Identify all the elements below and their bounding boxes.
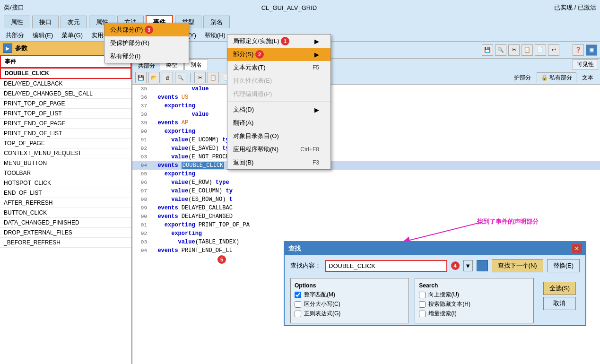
toolbar-btn-2[interactable]: 🔍 bbox=[495, 44, 506, 56]
context-menu: 局部定义/实施(L) 1 ▶ 部分(S) 2 ▶ 文本元素(T) F5 持久性代… bbox=[227, 34, 331, 170]
toolbar-btn-7[interactable]: ❓ bbox=[573, 44, 584, 56]
find-check-hidden: 搜索隐藏文本(H) bbox=[419, 300, 529, 308]
find-options-box: Options 整字匹配(M) 区分大小写(C) 正则表达式(G) bbox=[290, 278, 409, 323]
code-line: 92 value(E_SAVED) type CHAR01 optional bbox=[132, 144, 600, 153]
ctx-back[interactable]: 返回(B) F3 bbox=[227, 156, 330, 169]
check-incremental[interactable] bbox=[419, 311, 426, 317]
find-input-row: 查找内容： 4 ▼ 查找下一个(N) 替换(E) bbox=[285, 255, 585, 276]
toolbar-btn-4[interactable]: 📋 bbox=[522, 44, 533, 56]
code-line: 95 exporting bbox=[132, 170, 600, 178]
code-line: 35 value bbox=[132, 85, 600, 93]
search-title: Search bbox=[419, 282, 529, 289]
check-hidden-label: 搜索隐藏文本(H) bbox=[428, 300, 470, 308]
ctx-translate[interactable]: 翻译(A) bbox=[227, 116, 330, 130]
private-part-tab[interactable]: 🔒 私有部分 bbox=[537, 72, 576, 83]
menu-edit[interactable]: 编辑(E) bbox=[29, 30, 57, 41]
code-line: 96 value(E_ROW) type bbox=[132, 178, 600, 187]
tab-friends[interactable]: 友元 bbox=[61, 16, 87, 28]
list-item[interactable]: DELAYED_CHANGED_SEL_CALL bbox=[0, 89, 131, 99]
find-title-bar: 查找 ✕ bbox=[285, 242, 585, 255]
ctx-section[interactable]: 部分(S) 2 ▶ bbox=[227, 48, 330, 61]
list-item[interactable]: PRINT_TOP_OF_PAGE bbox=[0, 99, 131, 109]
toolbar-btn-1[interactable]: 💾 bbox=[482, 44, 493, 56]
check-regex-label: 正则表达式(G) bbox=[304, 310, 340, 318]
find-search-icon-button[interactable] bbox=[477, 260, 488, 271]
annotation-text: 找到了事件的声明部分 bbox=[477, 217, 539, 226]
ctx-docs[interactable]: 文档(D) ▶ bbox=[227, 103, 330, 116]
save-btn[interactable]: 💾 bbox=[135, 72, 147, 83]
ctx-app-help[interactable]: 应用程序帮助(N) Ctrl+F8 bbox=[227, 143, 330, 156]
list-item[interactable]: TOP_OF_PAGE bbox=[0, 139, 131, 148]
find-btn[interactable]: 🔍 bbox=[175, 72, 186, 83]
list-item[interactable]: BUTTON_CLICK bbox=[0, 208, 131, 218]
badge-1: 1 bbox=[281, 37, 289, 45]
tab-interface[interactable]: 接口 bbox=[32, 16, 59, 28]
list-item[interactable]: _BEFORE_REFRESH bbox=[0, 238, 131, 248]
list-item[interactable]: PRINT_TOP_OF_LIST bbox=[0, 109, 131, 119]
tab-bar: 属性 接口 友元 属性 方法 事件 类型 别名 bbox=[0, 15, 600, 29]
list-item[interactable]: AFTER_REFRESH bbox=[0, 198, 131, 208]
cut-btn[interactable]: ✂ bbox=[194, 72, 206, 83]
ctx-local-def[interactable]: 局部定义/实施(L) 1 ▶ bbox=[227, 35, 330, 48]
class-name: CL_GUI_ALV_GRID bbox=[34, 4, 545, 11]
find-next-button[interactable]: 查找下一个(N) bbox=[492, 259, 543, 272]
code-line: 98 value(ES_ROW_NO) t bbox=[132, 195, 600, 204]
menu-shared[interactable]: 共部分 bbox=[2, 30, 28, 41]
check-case-sensitive[interactable] bbox=[295, 301, 301, 308]
event-list-panel: ▶ 参数 🔍 事件 DOUBLE_CLICK DELAYED_CALLBACK … bbox=[0, 42, 132, 364]
list-item[interactable]: DROP_EXTERNAL_FILES bbox=[0, 228, 131, 238]
list-item[interactable]: MENU_BUTTON bbox=[0, 158, 131, 168]
submenu: 公共部分(P) 3 受保护部分(R) 私有部分(I) bbox=[104, 23, 189, 63]
badge-4: 4 bbox=[451, 261, 460, 270]
find-close-button[interactable]: ✕ bbox=[572, 244, 582, 253]
menu-help[interactable]: 帮助(H) bbox=[201, 30, 229, 41]
find-check-case: 区分大小写(C) bbox=[295, 300, 405, 308]
copy-btn[interactable]: 📋 bbox=[208, 72, 219, 83]
find-cancel-button[interactable]: 取消 bbox=[543, 297, 576, 310]
ctx-obj-catalog[interactable]: 对象目录条目(O) bbox=[227, 130, 330, 143]
print-btn[interactable]: 🖨 bbox=[162, 72, 173, 83]
code-line: 37 exporting bbox=[132, 102, 600, 110]
load-btn[interactable]: 📂 bbox=[148, 72, 160, 83]
list-item[interactable]: DOUBLE_CLICK bbox=[0, 68, 131, 79]
list-item[interactable]: TOOLBAR bbox=[0, 168, 131, 178]
tab-aliases[interactable]: 别名 bbox=[203, 16, 230, 28]
protected-part-label: 护部分 bbox=[510, 74, 535, 82]
code-line: 90 exporting bbox=[132, 127, 600, 136]
check-search-up[interactable] bbox=[419, 292, 426, 298]
check-exact-match[interactable] bbox=[295, 292, 301, 298]
check-hidden-text[interactable] bbox=[419, 301, 426, 308]
param-label: 参数 bbox=[15, 44, 27, 52]
visibility-button[interactable]: 可见性 bbox=[573, 59, 598, 70]
submenu-private[interactable]: 私有部分(I) bbox=[104, 50, 189, 63]
check-regex[interactable] bbox=[295, 311, 301, 317]
list-item[interactable]: DELAYED_CALLBACK bbox=[0, 79, 131, 89]
class-interface-label: 类/接口 bbox=[4, 3, 24, 12]
list-item[interactable]: END_OF_LIST bbox=[0, 188, 131, 198]
list-item[interactable]: HOTSPOT_CLICK bbox=[0, 178, 131, 188]
list-item[interactable]: PRINT_END_OF_PAGE bbox=[0, 119, 131, 129]
find-search-input[interactable] bbox=[325, 260, 447, 272]
tab-attributes[interactable]: 属性 bbox=[4, 16, 30, 28]
menu-goto[interactable]: 菜单(G) bbox=[58, 30, 87, 41]
submenu-public[interactable]: 公共部分(P) 3 bbox=[104, 23, 189, 36]
toolbar-btn-8[interactable]: ▣ bbox=[586, 44, 597, 56]
toolbar-btn-6[interactable]: ↩ bbox=[548, 44, 559, 56]
ctx-proxy-editor: 代理编辑器(P) bbox=[227, 87, 330, 101]
find-replace-button[interactable]: 替换(E) bbox=[547, 259, 580, 272]
submenu-protected[interactable]: 受保护部分(R) bbox=[104, 36, 189, 50]
toolbar-btn-3[interactable]: ✂ bbox=[508, 44, 520, 56]
list-item[interactable]: DATA_CHANGED_FINISHED bbox=[0, 218, 131, 228]
find-check-exact: 整字匹配(M) bbox=[295, 291, 405, 299]
find-check-incremental: 增量搜索(I) bbox=[419, 310, 529, 318]
top-bar: 类/接口 CL_GUI_ALV_GRID 已实现 / 已激活 bbox=[0, 0, 600, 15]
second-toolbar: 💾 📂 🖨 🔍 ✂ 📋 📄 ↩ ↪ 护部分 🔒 私有部分 文本 bbox=[132, 71, 600, 85]
check-incremental-label: 增量搜索(I) bbox=[428, 310, 456, 318]
ctx-text-elements[interactable]: 文本元素(T) F5 bbox=[227, 61, 330, 74]
toolbar-btn-5[interactable]: 📄 bbox=[535, 44, 546, 56]
code-line: 97 value(E_COLUMN) ty bbox=[132, 187, 600, 195]
list-item[interactable]: PRINT_END_OF_LIST bbox=[0, 129, 131, 139]
list-item[interactable]: CONTEXT_MENU_REQUEST bbox=[0, 148, 131, 158]
find-select-all-button[interactable]: 全选(S) bbox=[543, 282, 576, 295]
find-dropdown-button[interactable]: ▼ bbox=[463, 260, 473, 271]
